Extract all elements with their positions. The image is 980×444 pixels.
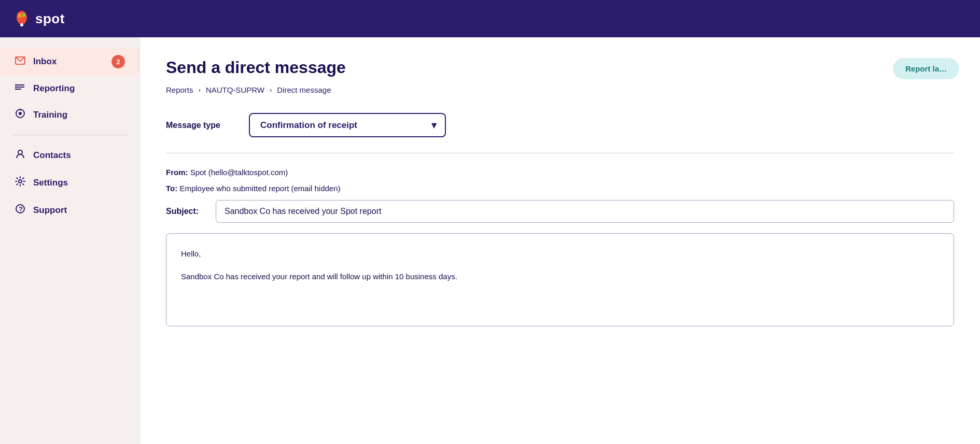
inbox-icon: [15, 56, 26, 67]
inbox-badge: 2: [111, 55, 125, 68]
sidebar-item-support[interactable]: ? Support: [0, 196, 139, 224]
breadcrumb-current: Direct message: [277, 85, 331, 94]
reporting-label: Reporting: [33, 83, 75, 94]
svg-text:?: ?: [19, 205, 23, 213]
training-icon: [15, 108, 26, 121]
message-type-select[interactable]: Confirmation of receiptFollow upCustom m…: [249, 113, 446, 137]
breadcrumb-report-id[interactable]: NAUTQ-SUPRW: [206, 85, 264, 94]
message-body-box: Hello, Sandbox Co has received your repo…: [166, 233, 954, 326]
contacts-icon: [15, 149, 26, 162]
message-type-row: Message type Confirmation of receiptFoll…: [166, 113, 954, 137]
page-title: Send a direct message: [166, 58, 954, 77]
contacts-label: Contacts: [33, 150, 71, 161]
sidebar-item-settings[interactable]: Settings: [0, 169, 139, 196]
svg-point-15: [19, 180, 22, 183]
sidebar-item-inbox[interactable]: Inbox 2: [0, 48, 139, 76]
form-divider: [166, 153, 954, 153]
subject-label: Subject:: [166, 207, 207, 216]
svg-point-0: [17, 11, 27, 24]
breadcrumb-sep-1: ›: [199, 86, 201, 94]
training-label: Training: [33, 110, 67, 120]
spot-logo-icon: [12, 9, 31, 28]
sidebar-item-training[interactable]: Training: [0, 101, 139, 128]
support-label: Support: [33, 205, 67, 216]
svg-point-2: [22, 13, 25, 17]
message-type-select-wrapper: Confirmation of receiptFollow upCustom m…: [249, 113, 446, 137]
breadcrumb-reports[interactable]: Reports: [166, 85, 193, 94]
report-later-button[interactable]: Report la…: [893, 58, 959, 79]
sidebar: Inbox 2 Reporting Training Contacts: [0, 37, 140, 444]
svg-point-10: [15, 89, 17, 90]
svg-point-12: [19, 112, 22, 115]
svg-point-3: [20, 23, 23, 26]
svg-point-9: [15, 87, 17, 88]
reporting-icon: [15, 83, 26, 94]
subject-input[interactable]: [216, 200, 954, 223]
svg-point-8: [15, 84, 17, 86]
breadcrumb-sep-2: ›: [270, 86, 272, 94]
sidebar-item-reporting[interactable]: Reporting: [0, 76, 139, 101]
top-nav: spot: [0, 0, 980, 37]
main-content: Report la… Send a direct message Reports…: [140, 37, 980, 444]
settings-icon: [15, 176, 26, 189]
settings-label: Settings: [33, 178, 68, 188]
svg-point-14: [18, 150, 22, 154]
svg-point-1: [18, 13, 22, 18]
from-row: From: Spot (hello@talktospot.com): [166, 168, 954, 177]
inbox-label: Inbox: [33, 56, 57, 67]
sidebar-item-contacts[interactable]: Contacts: [0, 141, 139, 169]
support-icon: ?: [15, 204, 26, 217]
subject-row: Subject:: [166, 200, 954, 223]
sidebar-divider: [12, 135, 127, 135]
body-line2: Sandbox Co has received your report and …: [181, 270, 939, 283]
body-line1: Hello,: [181, 247, 939, 261]
message-type-label: Message type: [166, 121, 239, 130]
logo[interactable]: spot: [12, 9, 65, 28]
breadcrumb: Reports › NAUTQ-SUPRW › Direct message: [166, 85, 954, 94]
to-row: To: Employee who submitted report (email…: [166, 184, 954, 193]
logo-text: spot: [35, 11, 65, 27]
